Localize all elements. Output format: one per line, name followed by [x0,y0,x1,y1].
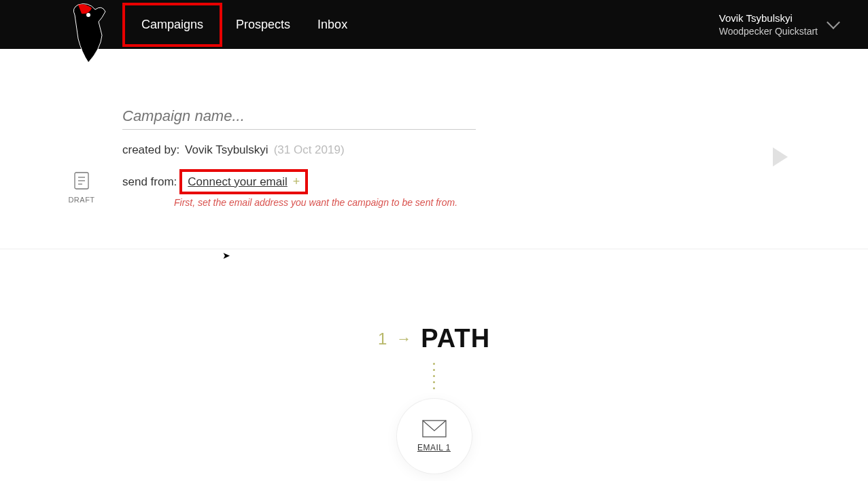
draft-status: DRAFT [68,171,95,204]
email-step-label: EMAIL 1 [417,443,451,452]
send-from-helper: First, set the email address you want th… [174,197,868,208]
run-button[interactable] [773,147,793,168]
woodpecker-logo [68,1,109,66]
app-header: Campaigns Prospects Inbox Vovik Tsybulsk… [0,0,868,49]
connect-email-link[interactable]: Connect your email [188,175,287,189]
send-from-label: send from: [122,175,177,189]
play-icon [773,147,788,166]
nav-prospects[interactable]: Prospects [222,12,304,37]
path-number: 1 [378,329,387,349]
plus-icon[interactable]: + [293,175,300,189]
connect-email-highlight: Connect your email + [179,169,308,194]
path-title: PATH [421,324,490,353]
connector-dots [0,363,868,389]
created-by-label: created by: [122,143,179,157]
user-name: Vovik Tsybulskyi [719,12,818,25]
campaign-name-input[interactable] [122,103,476,130]
draft-label: DRAFT [68,196,95,204]
created-date: (31 Oct 2019) [274,143,345,157]
user-text: Vovik Tsybulskyi Woodpecker Quickstart [719,12,818,37]
campaign-setup: DRAFT created by: Vovik Tsybulskyi (31 O… [0,49,868,481]
email-step-node[interactable]: EMAIL 1 [397,399,472,474]
user-org: Woodpecker Quickstart [719,25,818,37]
cursor-icon: ➤ [222,250,230,261]
path-section: 1 → PATH EMAIL 1 [0,324,868,481]
user-menu[interactable]: Vovik Tsybulskyi Woodpecker Quickstart [719,12,852,37]
chevron-down-icon [827,16,840,29]
path-title-row: 1 → PATH [378,324,490,353]
main-nav: Campaigns Prospects Inbox [122,0,361,49]
svg-point-0 [86,13,90,17]
envelope-icon [422,420,447,438]
arrow-right-icon: → [396,330,411,348]
document-icon [73,171,90,190]
created-by-value: Vovik Tsybulskyi [185,143,268,157]
send-from-row: send from: Connect your email + [122,169,868,194]
created-by-row: created by: Vovik Tsybulskyi (31 Oct 201… [122,143,868,157]
nav-inbox[interactable]: Inbox [304,12,361,37]
svg-rect-5 [423,421,446,437]
nav-campaigns[interactable]: Campaigns [122,3,222,47]
section-divider [0,249,868,249]
